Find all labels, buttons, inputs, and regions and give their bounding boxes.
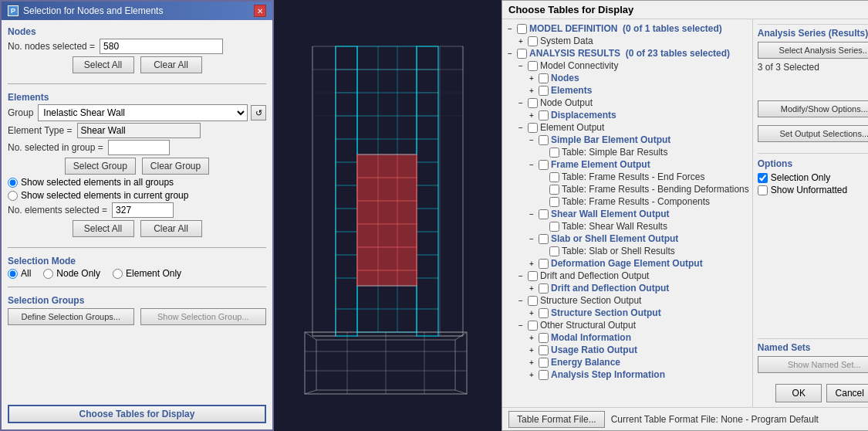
- elements-clear-all-button[interactable]: Clear All: [140, 220, 202, 237]
- cancel-button[interactable]: Cancel: [826, 384, 868, 402]
- table-format-file-button[interactable]: Table Format File...: [508, 411, 605, 428]
- show-current-group-row[interactable]: Show selected elements in current group: [8, 190, 266, 201]
- elements-tree-label: Elements: [551, 85, 592, 96]
- drift-output-expander[interactable]: +: [527, 284, 536, 293]
- show-all-groups-row[interactable]: Show selected elements in all groups: [8, 177, 266, 188]
- modal-info-expander[interactable]: +: [527, 334, 536, 342]
- drift-deflection-expander[interactable]: −: [516, 272, 525, 280]
- mode-node-radio[interactable]: [43, 269, 53, 279]
- energy-balance-checkbox[interactable]: [539, 358, 549, 368]
- structure-section-output-checkbox[interactable]: [539, 308, 549, 318]
- mode-element-row[interactable]: Element Only: [113, 268, 181, 279]
- drift-deflection-label: Drift and Deflection Output: [540, 270, 649, 281]
- nodes-selected-input[interactable]: [100, 39, 223, 54]
- system-data-checkbox[interactable]: [528, 36, 538, 46]
- usage-ratio-checkbox[interactable]: [539, 345, 549, 355]
- show-unformatted-checkbox[interactable]: [758, 185, 768, 195]
- selection-only-checkbox[interactable]: [758, 173, 768, 183]
- element-output-label: Element Output: [540, 122, 604, 133]
- node-output-checkbox[interactable]: [528, 98, 538, 108]
- analysis-step-expander[interactable]: +: [527, 371, 536, 379]
- element-output-checkbox[interactable]: [528, 123, 538, 133]
- simple-bar-expander[interactable]: −: [527, 136, 536, 144]
- slab-shell-checkbox[interactable]: [539, 234, 549, 244]
- show-all-groups-radio[interactable]: [8, 178, 18, 188]
- frame-element-checkbox[interactable]: [539, 160, 549, 170]
- frame-element-expander[interactable]: −: [527, 161, 536, 169]
- show-selection-group-button[interactable]: Show Selection Group...: [140, 308, 267, 325]
- modal-info-checkbox[interactable]: [539, 333, 549, 343]
- options-section: Options Selection Only Show Unformatted: [758, 153, 868, 197]
- show-elements-radio-group: Show selected elements in all groups Sho…: [8, 177, 266, 201]
- drift-deflection-checkbox[interactable]: [528, 271, 538, 281]
- usage-ratio-expander[interactable]: +: [527, 346, 536, 355]
- select-group-button[interactable]: Select Group: [65, 158, 136, 175]
- slab-shell-table-checkbox[interactable]: [549, 246, 559, 256]
- close-button[interactable]: ✕: [254, 5, 266, 17]
- analysis-results-expander[interactable]: −: [505, 49, 515, 58]
- elements-tree-checkbox[interactable]: [539, 86, 549, 96]
- define-selection-groups-button[interactable]: Define Selection Groups...: [8, 308, 134, 325]
- nodes-select-all-button[interactable]: Select All: [73, 56, 134, 73]
- refresh-button[interactable]: ↺: [251, 105, 266, 120]
- set-output-selections-button[interactable]: Set Output Selections...: [758, 125, 868, 142]
- frame-end-forces-checkbox[interactable]: [549, 172, 559, 182]
- show-current-group-radio[interactable]: [8, 191, 18, 201]
- frame-bending-checkbox[interactable]: [549, 185, 559, 195]
- displacements-checkbox[interactable]: [539, 110, 549, 120]
- choose-tables-button[interactable]: Choose Tables for Display: [8, 405, 266, 423]
- model-connectivity-checkbox[interactable]: [528, 61, 538, 71]
- analysis-step-checkbox[interactable]: [539, 370, 549, 380]
- deformation-gage-expander[interactable]: +: [527, 260, 536, 268]
- selection-only-label: Selection Only: [771, 172, 830, 183]
- energy-balance-expander[interactable]: +: [527, 358, 536, 367]
- no-selected-in-group-input[interactable]: [108, 140, 170, 155]
- nodes-expander[interactable]: +: [527, 74, 536, 83]
- shear-wall-element-item: − Shear Wall Element Output: [527, 208, 749, 220]
- system-data-expander[interactable]: +: [516, 37, 525, 46]
- elements-expander[interactable]: +: [527, 87, 536, 95]
- shear-wall-table-checkbox[interactable]: [549, 222, 559, 232]
- simple-bar-checkbox[interactable]: [539, 135, 549, 145]
- elements-select-all-button[interactable]: Select All: [73, 220, 134, 237]
- analysis-results-checkbox[interactable]: [517, 49, 527, 59]
- named-sets-section: Named Sets Show Named Set...: [758, 338, 868, 373]
- drift-output-checkbox[interactable]: [539, 283, 549, 294]
- nodes-clear-all-button[interactable]: Clear All: [140, 56, 202, 73]
- mode-node-row[interactable]: Node Only: [43, 268, 100, 279]
- displacements-section: + Displacements: [527, 109, 749, 121]
- structure-section-output-expander[interactable]: +: [527, 309, 536, 317]
- structure-section-label: Structure Section Output: [540, 295, 641, 306]
- model-def-checkbox[interactable]: [517, 24, 527, 34]
- mode-all-row[interactable]: All: [8, 268, 31, 279]
- shear-wall-element-expander[interactable]: −: [527, 210, 536, 219]
- structure-section-expander[interactable]: −: [516, 297, 525, 305]
- ok-button[interactable]: OK: [775, 384, 822, 402]
- slab-shell-expander[interactable]: −: [527, 235, 536, 243]
- displacements-expander[interactable]: +: [527, 111, 536, 120]
- other-structural-checkbox[interactable]: [528, 321, 538, 331]
- no-elements-selected-input[interactable]: [112, 202, 174, 218]
- shear-wall-table-section: Table: Shear Wall Results: [538, 220, 749, 232]
- simple-bar-table-checkbox[interactable]: [549, 148, 559, 158]
- show-named-set-button[interactable]: Show Named Set...: [758, 356, 868, 373]
- other-structural-expander[interactable]: −: [516, 321, 525, 330]
- mode-all-radio[interactable]: [8, 269, 18, 279]
- clear-group-button[interactable]: Clear Group: [142, 158, 209, 175]
- modify-show-options-button[interactable]: Modify/Show Options...: [758, 100, 868, 117]
- structure-section-checkbox[interactable]: [528, 296, 538, 306]
- mode-element-radio[interactable]: [113, 269, 123, 279]
- shear-wall-element-checkbox[interactable]: [539, 209, 549, 219]
- nodes-tree-checkbox[interactable]: [539, 73, 549, 83]
- element-output-expander[interactable]: −: [516, 124, 525, 132]
- show-unformatted-row[interactable]: Show Unformatted: [758, 185, 868, 195]
- model-connectivity-expander[interactable]: −: [516, 62, 525, 70]
- model-def-expander[interactable]: −: [505, 25, 515, 33]
- frame-components-checkbox[interactable]: [549, 197, 559, 207]
- select-analysis-series-button[interactable]: Select Analysis Series...: [758, 42, 868, 59]
- selection-only-row[interactable]: Selection Only: [758, 172, 868, 183]
- node-output-expander[interactable]: −: [516, 99, 525, 107]
- frame-components-item: Table: Frame Results - Components: [538, 195, 749, 208]
- group-select[interactable]: Inelastic Shear Wall: [38, 104, 248, 121]
- deformation-gage-checkbox[interactable]: [539, 259, 549, 269]
